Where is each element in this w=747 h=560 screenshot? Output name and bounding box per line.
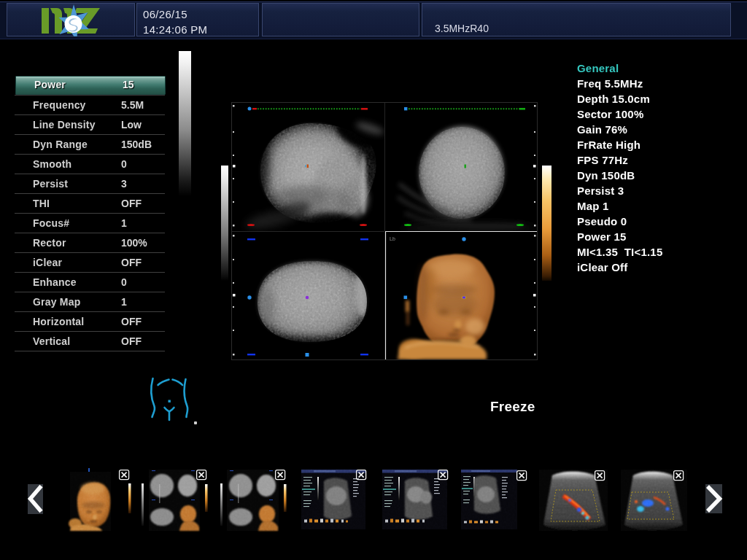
svg-text:Lb: Lb	[390, 236, 395, 241]
